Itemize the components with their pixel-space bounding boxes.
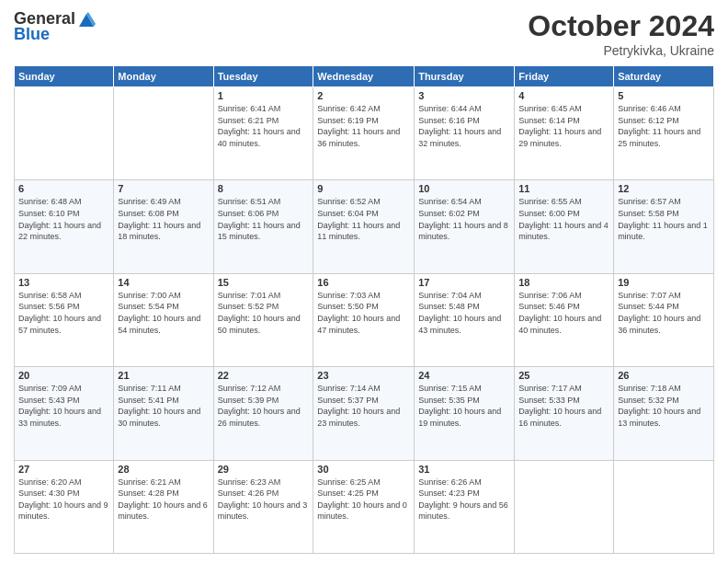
day-info: Sunrise: 6:46 AM Sunset: 6:12 PM Dayligh… (618, 103, 710, 149)
header: General Blue October 2024 Petrykivka, Uk… (14, 9, 714, 58)
calendar-cell: 28Sunrise: 6:21 AM Sunset: 4:28 PM Dayli… (114, 460, 213, 553)
day-number: 19 (618, 277, 710, 288)
day-number: 28 (118, 464, 209, 475)
title-section: October 2024 Petrykivka, Ukraine (528, 9, 714, 58)
day-number: 12 (618, 183, 710, 194)
calendar-cell: 6Sunrise: 6:48 AM Sunset: 6:10 PM Daylig… (15, 180, 114, 273)
day-info: Sunrise: 6:55 AM Sunset: 6:00 PM Dayligh… (518, 196, 609, 242)
calendar-cell: 27Sunrise: 6:20 AM Sunset: 4:30 PM Dayli… (15, 460, 114, 553)
calendar-cell: 19Sunrise: 7:07 AM Sunset: 5:44 PM Dayli… (614, 273, 714, 366)
calendar-cell: 16Sunrise: 7:03 AM Sunset: 5:50 PM Dayli… (313, 273, 415, 366)
day-info: Sunrise: 6:52 AM Sunset: 6:04 PM Dayligh… (317, 196, 410, 242)
day-info: Sunrise: 7:17 AM Sunset: 5:33 PM Dayligh… (518, 383, 609, 429)
day-info: Sunrise: 7:07 AM Sunset: 5:44 PM Dayligh… (618, 290, 710, 336)
day-info: Sunrise: 7:04 AM Sunset: 5:48 PM Dayligh… (418, 290, 510, 336)
day-number: 25 (518, 370, 609, 381)
day-number: 5 (618, 90, 710, 101)
calendar-cell (15, 87, 114, 180)
day-number: 24 (418, 370, 510, 381)
day-number: 13 (18, 277, 109, 288)
calendar-cell: 4Sunrise: 6:45 AM Sunset: 6:14 PM Daylig… (515, 87, 614, 180)
calendar-week-2: 6Sunrise: 6:48 AM Sunset: 6:10 PM Daylig… (15, 180, 714, 273)
day-info: Sunrise: 7:12 AM Sunset: 5:39 PM Dayligh… (218, 383, 310, 429)
calendar-cell: 1Sunrise: 6:41 AM Sunset: 6:21 PM Daylig… (213, 87, 313, 180)
col-header-friday: Friday (515, 66, 614, 87)
calendar-cell: 7Sunrise: 6:49 AM Sunset: 6:08 PM Daylig… (114, 180, 213, 273)
calendar-cell: 29Sunrise: 6:23 AM Sunset: 4:26 PM Dayli… (213, 460, 313, 553)
day-info: Sunrise: 6:57 AM Sunset: 5:58 PM Dayligh… (618, 196, 710, 242)
col-header-sunday: Sunday (15, 66, 114, 87)
day-number: 7 (118, 183, 209, 194)
calendar-cell: 17Sunrise: 7:04 AM Sunset: 5:48 PM Dayli… (415, 273, 515, 366)
calendar-week-4: 20Sunrise: 7:09 AM Sunset: 5:43 PM Dayli… (15, 367, 714, 460)
calendar-cell (515, 460, 614, 553)
day-number: 14 (118, 277, 209, 288)
calendar-cell: 15Sunrise: 7:01 AM Sunset: 5:52 PM Dayli… (213, 273, 313, 366)
location-subtitle: Petrykivka, Ukraine (528, 43, 714, 58)
col-header-saturday: Saturday (614, 66, 714, 87)
day-number: 31 (418, 464, 510, 475)
day-number: 2 (317, 90, 410, 101)
calendar-week-5: 27Sunrise: 6:20 AM Sunset: 4:30 PM Dayli… (15, 460, 714, 553)
day-info: Sunrise: 6:21 AM Sunset: 4:28 PM Dayligh… (118, 477, 209, 523)
day-info: Sunrise: 6:41 AM Sunset: 6:21 PM Dayligh… (218, 103, 310, 149)
calendar-cell: 25Sunrise: 7:17 AM Sunset: 5:33 PM Dayli… (515, 367, 614, 460)
calendar-cell (114, 87, 213, 180)
calendar-cell: 13Sunrise: 6:58 AM Sunset: 5:56 PM Dayli… (15, 273, 114, 366)
calendar-week-3: 13Sunrise: 6:58 AM Sunset: 5:56 PM Dayli… (15, 273, 714, 366)
day-info: Sunrise: 7:18 AM Sunset: 5:32 PM Dayligh… (618, 383, 710, 429)
day-info: Sunrise: 6:20 AM Sunset: 4:30 PM Dayligh… (18, 477, 109, 523)
day-info: Sunrise: 6:26 AM Sunset: 4:23 PM Dayligh… (418, 477, 510, 523)
day-info: Sunrise: 6:45 AM Sunset: 6:14 PM Dayligh… (518, 103, 609, 149)
col-header-thursday: Thursday (415, 66, 515, 87)
calendar-cell: 18Sunrise: 7:06 AM Sunset: 5:46 PM Dayli… (515, 273, 614, 366)
calendar-cell: 5Sunrise: 6:46 AM Sunset: 6:12 PM Daylig… (614, 87, 714, 180)
day-info: Sunrise: 7:14 AM Sunset: 5:37 PM Dayligh… (317, 383, 410, 429)
day-number: 3 (418, 90, 510, 101)
calendar-header-row: SundayMondayTuesdayWednesdayThursdayFrid… (15, 66, 714, 87)
day-info: Sunrise: 7:01 AM Sunset: 5:52 PM Dayligh… (218, 290, 310, 336)
day-info: Sunrise: 6:54 AM Sunset: 6:02 PM Dayligh… (418, 196, 510, 242)
day-number: 8 (218, 183, 310, 194)
day-number: 20 (18, 370, 109, 381)
calendar-week-1: 1Sunrise: 6:41 AM Sunset: 6:21 PM Daylig… (15, 87, 714, 180)
calendar-cell: 21Sunrise: 7:11 AM Sunset: 5:41 PM Dayli… (114, 367, 213, 460)
day-number: 11 (518, 183, 609, 194)
calendar-cell: 2Sunrise: 6:42 AM Sunset: 6:19 PM Daylig… (313, 87, 415, 180)
calendar-cell: 24Sunrise: 7:15 AM Sunset: 5:35 PM Dayli… (415, 367, 515, 460)
calendar-cell: 11Sunrise: 6:55 AM Sunset: 6:00 PM Dayli… (515, 180, 614, 273)
calendar-table: SundayMondayTuesdayWednesdayThursdayFrid… (14, 65, 714, 554)
logo-icon (77, 10, 96, 29)
day-info: Sunrise: 7:00 AM Sunset: 5:54 PM Dayligh… (118, 290, 209, 336)
calendar-cell: 22Sunrise: 7:12 AM Sunset: 5:39 PM Dayli… (213, 367, 313, 460)
day-info: Sunrise: 6:42 AM Sunset: 6:19 PM Dayligh… (317, 103, 410, 149)
calendar-cell: 12Sunrise: 6:57 AM Sunset: 5:58 PM Dayli… (614, 180, 714, 273)
calendar-cell: 9Sunrise: 6:52 AM Sunset: 6:04 PM Daylig… (313, 180, 415, 273)
calendar-cell: 31Sunrise: 6:26 AM Sunset: 4:23 PM Dayli… (415, 460, 515, 553)
day-number: 23 (317, 370, 410, 381)
day-number: 22 (218, 370, 310, 381)
day-info: Sunrise: 6:25 AM Sunset: 4:25 PM Dayligh… (317, 477, 410, 523)
day-number: 17 (418, 277, 510, 288)
calendar-cell: 8Sunrise: 6:51 AM Sunset: 6:06 PM Daylig… (213, 180, 313, 273)
col-header-wednesday: Wednesday (313, 66, 415, 87)
day-number: 4 (518, 90, 609, 101)
day-info: Sunrise: 7:15 AM Sunset: 5:35 PM Dayligh… (418, 383, 510, 429)
month-title: October 2024 (528, 9, 714, 43)
day-number: 10 (418, 183, 510, 194)
day-info: Sunrise: 6:49 AM Sunset: 6:08 PM Dayligh… (118, 196, 209, 242)
day-number: 6 (18, 183, 109, 194)
day-info: Sunrise: 7:11 AM Sunset: 5:41 PM Dayligh… (118, 383, 209, 429)
day-number: 26 (618, 370, 710, 381)
calendar-cell: 3Sunrise: 6:44 AM Sunset: 6:16 PM Daylig… (415, 87, 515, 180)
day-info: Sunrise: 7:06 AM Sunset: 5:46 PM Dayligh… (518, 290, 609, 336)
day-number: 21 (118, 370, 209, 381)
day-info: Sunrise: 6:48 AM Sunset: 6:10 PM Dayligh… (18, 196, 109, 242)
day-info: Sunrise: 6:58 AM Sunset: 5:56 PM Dayligh… (18, 290, 109, 336)
day-number: 9 (317, 183, 410, 194)
day-number: 16 (317, 277, 410, 288)
day-number: 18 (518, 277, 609, 288)
logo: General Blue (14, 9, 96, 44)
calendar-cell: 23Sunrise: 7:14 AM Sunset: 5:37 PM Dayli… (313, 367, 415, 460)
logo-blue: Blue (14, 25, 50, 44)
